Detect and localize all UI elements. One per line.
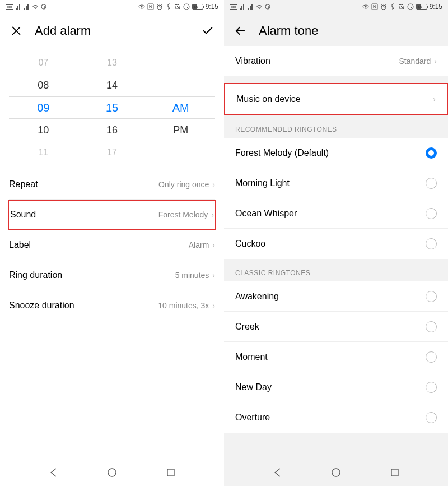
radio-icon[interactable] — [426, 291, 437, 302]
setting-ring-duration[interactable]: Ring duration 5 minutes › — [9, 260, 215, 290]
ringtone-label: Creek — [235, 322, 259, 332]
alarm-settings-list: Repeat Only ring once › Sound Forest Mel… — [0, 169, 224, 321]
back-icon[interactable] — [234, 25, 246, 37]
ringtone-option[interactable]: Moment — [224, 342, 448, 372]
radio-icon[interactable] — [426, 351, 437, 363]
section-header-classic: CLASSIC RINGTONES — [224, 259, 448, 281]
ringtone-option[interactable]: Forest Melody (Default) — [224, 138, 448, 168]
radio-icon[interactable] — [426, 382, 437, 393]
setting-value: 10 minutes, 3x — [158, 301, 209, 310]
ringtone-label: Morning Light — [235, 178, 290, 188]
ringtone-label: Awakening — [235, 291, 279, 302]
ringtone-option[interactable]: Ocean Whisper — [224, 198, 448, 229]
minute-option[interactable]: 13 — [78, 52, 147, 74]
ampm-option[interactable]: PM — [146, 119, 215, 141]
chevron-right-icon: › — [433, 95, 436, 104]
bluetooth-icon — [165, 3, 172, 10]
nav-recent-icon[interactable] — [166, 468, 176, 478]
minute-option[interactable]: 17 — [78, 141, 147, 164]
classic-ringtones-list: Awakening Creek Moment New Day Overture — [224, 281, 448, 433]
radio-icon[interactable] — [426, 238, 437, 249]
hour-option[interactable]: 11 — [9, 141, 78, 164]
wifi-icon — [256, 3, 263, 10]
chevron-right-icon: › — [211, 210, 214, 219]
svg-rect-7 — [167, 469, 174, 476]
time-picker[interactable]: 07 08 09 10 11 13 14 15 16 17 AM PM — [0, 46, 224, 169]
setting-vibration[interactable]: Vibration Standard › — [224, 46, 448, 76]
ringtone-option[interactable]: Awakening — [224, 281, 448, 312]
svg-point-0 — [41, 4, 46, 9]
nav-back-icon[interactable] — [273, 468, 283, 478]
ringtone-option[interactable]: Overture — [224, 402, 448, 433]
hour-column[interactable]: 07 08 09 10 11 — [9, 52, 78, 164]
status-time: 9:15 — [206, 3, 218, 11]
setting-sound[interactable]: Sound Forest Melody › — [8, 200, 216, 230]
ampm-column[interactable]: AM PM — [146, 52, 215, 164]
no-data-icon — [407, 3, 414, 10]
hour-option[interactable]: 10 — [9, 119, 78, 141]
hour-option[interactable]: 08 — [9, 74, 78, 96]
setting-value: Forest Melody — [158, 210, 208, 219]
no-data-icon — [183, 3, 190, 10]
nav-home-icon[interactable] — [107, 468, 117, 478]
spiral-icon — [40, 3, 47, 10]
row-value: Standard — [399, 57, 431, 66]
nav-back-icon[interactable] — [49, 468, 59, 478]
setting-label: Ring duration — [9, 270, 62, 280]
setting-label: Sound — [10, 210, 36, 220]
radio-icon[interactable] — [426, 321, 437, 332]
page-title: Add alarm — [35, 24, 91, 38]
setting-music-on-device[interactable]: Music on device › — [224, 83, 448, 115]
radio-icon[interactable] — [426, 412, 437, 423]
close-icon[interactable] — [10, 25, 22, 37]
battery-icon: 45 — [192, 4, 203, 10]
setting-value: Only ring once — [158, 180, 209, 189]
chevron-right-icon: › — [212, 240, 215, 249]
row-label: Vibration — [235, 56, 270, 66]
setting-value: 5 minutes — [175, 271, 209, 280]
alarm-clock-icon — [156, 3, 163, 10]
ringtone-label: New Day — [235, 382, 272, 392]
phone-add-alarm: HD 45 9:15 Add alarm 07 — [0, 0, 224, 486]
minute-option[interactable]: 14 — [78, 74, 147, 96]
setting-snooze-duration[interactable]: Snooze duration 10 minutes, 3x › — [9, 290, 215, 321]
svg-point-8 — [265, 4, 270, 9]
setting-value: Alarm — [189, 240, 209, 249]
ringtone-option[interactable]: Cuckoo — [224, 229, 448, 259]
minute-selected[interactable]: 15 — [78, 96, 147, 119]
minute-option[interactable]: 16 — [78, 119, 147, 141]
chevron-right-icon: › — [434, 57, 437, 66]
bluetooth-icon — [389, 3, 396, 10]
setting-label-row[interactable]: Label Alarm › — [9, 230, 215, 260]
nav-recent-icon[interactable] — [390, 468, 400, 478]
radio-icon[interactable] — [426, 178, 437, 189]
chevron-right-icon: › — [212, 271, 215, 280]
status-bar: HD 45 9:15 — [224, 0, 448, 13]
radio-selected-icon[interactable] — [426, 147, 437, 159]
nfc-icon — [147, 3, 154, 10]
radio-icon[interactable] — [426, 208, 437, 219]
svg-point-14 — [332, 469, 340, 476]
phone-alarm-tone: HD 45 9:15 Alarm tone Vibration — [224, 0, 448, 486]
recommended-ringtones-list: Forest Melody (Default) Morning Light Oc… — [224, 138, 448, 259]
minute-column[interactable]: 13 14 15 16 17 — [78, 52, 147, 164]
wifi-icon — [32, 3, 39, 10]
setting-label: Repeat — [9, 179, 38, 189]
header-alarm-tone: Alarm tone — [224, 13, 448, 46]
hour-option[interactable]: 07 — [9, 52, 78, 74]
spiral-icon — [264, 3, 271, 10]
nav-home-icon[interactable] — [331, 468, 341, 478]
confirm-icon[interactable] — [202, 25, 214, 37]
ringtone-option[interactable]: New Day — [224, 372, 448, 402]
eye-icon — [138, 3, 145, 10]
eye-icon — [362, 3, 369, 10]
setting-repeat[interactable]: Repeat Only ring once › — [9, 169, 215, 200]
ampm-selected[interactable]: AM — [146, 96, 215, 119]
hd-badge: HD — [230, 4, 237, 10]
ringtone-option[interactable]: Morning Light — [224, 168, 448, 198]
status-time: 9:15 — [430, 3, 442, 11]
hour-selected[interactable]: 09 — [9, 96, 78, 119]
ringtone-option[interactable]: Creek — [224, 312, 448, 342]
ringtone-label: Ocean Whisper — [235, 209, 297, 219]
chevron-right-icon: › — [212, 301, 215, 310]
